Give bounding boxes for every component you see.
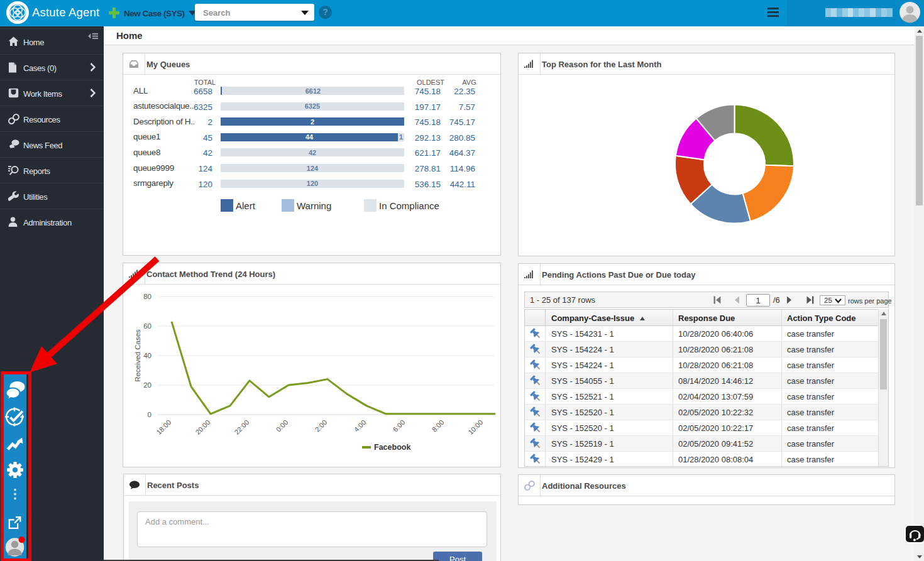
svg-text:10:00: 10:00 xyxy=(466,418,484,436)
svg-text:0:00: 0:00 xyxy=(275,418,290,433)
svg-text:22:00: 22:00 xyxy=(233,418,250,436)
svg-text:20:00: 20:00 xyxy=(194,418,211,436)
svg-text:6:00: 6:00 xyxy=(392,418,407,433)
svg-text:20: 20 xyxy=(143,381,151,389)
svg-text:2:00: 2:00 xyxy=(314,418,329,433)
svg-text:80: 80 xyxy=(143,293,151,300)
svg-text:0: 0 xyxy=(148,411,151,418)
svg-text:4:00: 4:00 xyxy=(353,418,368,433)
svg-text:Received Cases: Received Cases xyxy=(134,329,141,382)
svg-text:40: 40 xyxy=(143,352,151,359)
svg-text:18:00: 18:00 xyxy=(155,418,172,436)
svg-text:60: 60 xyxy=(143,322,151,330)
svg-text:Facebook: Facebook xyxy=(374,443,410,452)
svg-text:8:00: 8:00 xyxy=(431,418,446,433)
